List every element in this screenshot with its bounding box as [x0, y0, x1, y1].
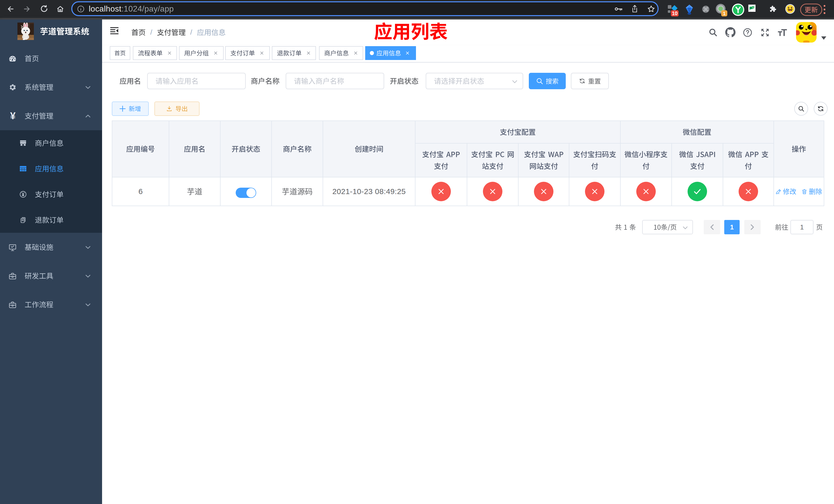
svg-text:1: 1 [723, 11, 726, 16]
svg-text:10: 10 [672, 10, 678, 16]
